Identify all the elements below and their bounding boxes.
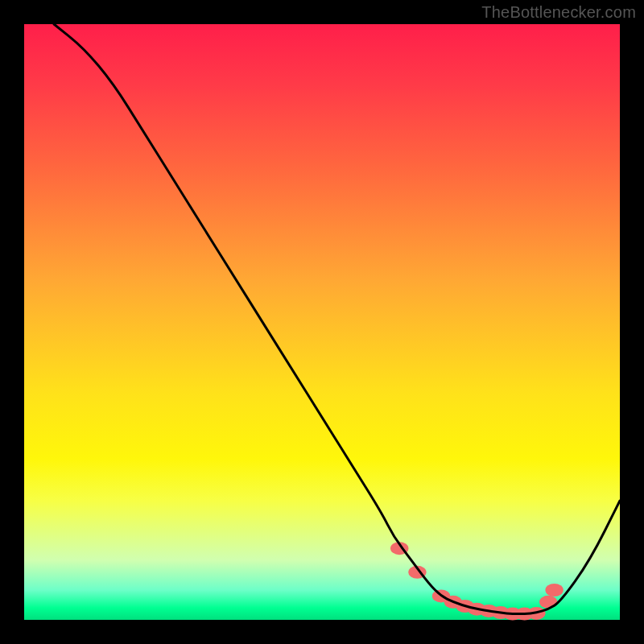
plot-area [24,24,620,620]
curve-layer [24,24,620,620]
watermark-text: TheBottlenecker.com [481,3,636,22]
bottleneck-curve [54,24,620,614]
highlight-dot [545,584,563,597]
chart-frame: TheBottlenecker.com [0,0,644,644]
